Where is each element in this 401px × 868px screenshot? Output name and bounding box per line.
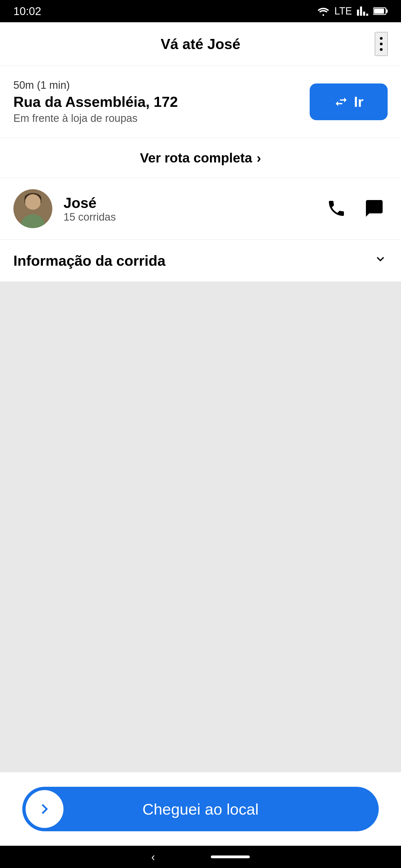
body bbox=[20, 214, 46, 228]
dot-2 bbox=[380, 42, 383, 45]
status-icons: LTE bbox=[317, 5, 388, 17]
status-time: 10:02 bbox=[13, 5, 41, 18]
contact-section: José 15 corridas bbox=[0, 178, 401, 240]
destination-card: 50m (1 min) Rua da Assembléia, 172 Em fr… bbox=[0, 66, 401, 138]
info-section-label: Informação da corrida bbox=[13, 252, 165, 269]
contact-name: José bbox=[63, 194, 312, 211]
destination-hint: Em frente à loja de roupas bbox=[13, 113, 310, 124]
info-section[interactable]: Informação da corrida bbox=[0, 240, 401, 282]
bottom-bar-wrapper: Cheguei ao local bbox=[0, 772, 401, 846]
system-nav: ‹ bbox=[0, 846, 401, 868]
dot-3 bbox=[380, 48, 383, 51]
go-button-label: Ir bbox=[354, 93, 364, 110]
destination-time: 50m (1 min) bbox=[13, 79, 310, 91]
route-icon bbox=[334, 95, 348, 109]
phone-icon bbox=[326, 198, 346, 218]
home-indicator[interactable] bbox=[211, 856, 250, 858]
chevron-right-icon bbox=[34, 799, 55, 819]
chevron-down-icon bbox=[373, 252, 388, 269]
chevron-right-icon: › bbox=[256, 150, 261, 165]
arrived-button[interactable]: Cheguei ao local bbox=[22, 787, 379, 831]
destination-address: Rua da Assembléia, 172 bbox=[13, 93, 310, 110]
status-bar: 10:02 LTE bbox=[0, 0, 401, 22]
avatar-image bbox=[13, 189, 52, 228]
route-link-text: Ver rota completa bbox=[140, 150, 252, 165]
call-button[interactable] bbox=[323, 195, 350, 223]
map-area bbox=[0, 282, 401, 772]
svg-rect-1 bbox=[386, 9, 388, 13]
more-options-button[interactable] bbox=[375, 32, 388, 56]
wifi-icon bbox=[317, 6, 330, 16]
page-title: Vá até José bbox=[161, 36, 240, 52]
lte-label: LTE bbox=[335, 5, 352, 17]
route-link[interactable]: Ver rota completa › bbox=[0, 138, 401, 178]
go-button[interactable]: Ir bbox=[310, 84, 388, 120]
dot-1 bbox=[380, 37, 383, 40]
swipe-circle[interactable] bbox=[26, 790, 63, 828]
message-icon bbox=[364, 198, 384, 218]
destination-info: 50m (1 min) Rua da Assembléia, 172 Em fr… bbox=[13, 79, 310, 124]
contact-actions bbox=[323, 195, 388, 223]
contact-info: José 15 corridas bbox=[63, 194, 312, 223]
contact-rides: 15 corridas bbox=[63, 211, 312, 223]
app-container: Vá até José 50m (1 min) Rua da Assembléi… bbox=[0, 22, 401, 846]
arrived-label: Cheguei ao local bbox=[22, 800, 379, 818]
message-button[interactable] bbox=[361, 195, 388, 223]
avatar bbox=[13, 189, 52, 228]
face bbox=[25, 194, 41, 210]
header: Vá até José bbox=[0, 22, 401, 66]
signal-icon bbox=[356, 5, 369, 17]
svg-rect-2 bbox=[374, 9, 384, 13]
battery-icon bbox=[373, 6, 388, 16]
back-button[interactable]: ‹ bbox=[151, 851, 155, 863]
